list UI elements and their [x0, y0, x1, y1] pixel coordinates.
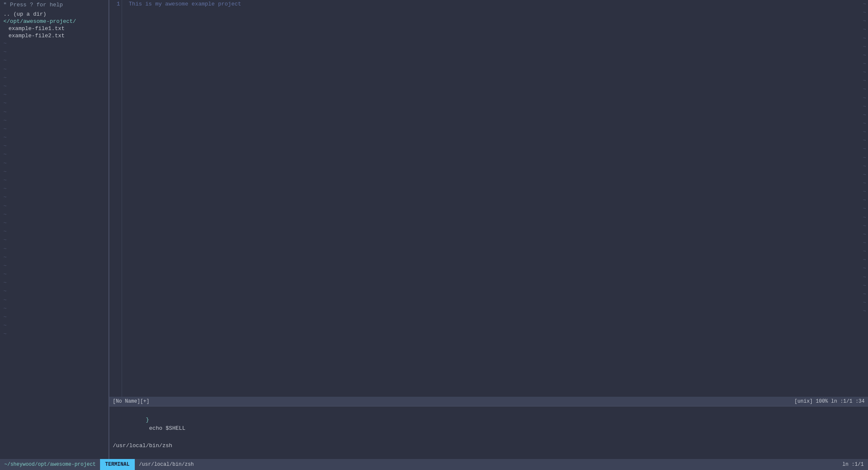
- tilde-line: ~: [0, 296, 108, 304]
- terminal-cmd-text: echo $SHELL: [146, 425, 186, 431]
- help-hint: " Press ? for help: [0, 0, 108, 10]
- editor-status-bar: [No Name][+] [unix] 100% ln :1/1 :34: [109, 397, 868, 406]
- tilde-line: ~: [0, 91, 108, 99]
- tilde-line: ~: [0, 56, 108, 65]
- editor-line-1: This is my awesome example project: [125, 0, 858, 8]
- tilde-line: ~: [0, 304, 108, 313]
- tilde-line: ~: [0, 321, 108, 330]
- terminal-prompt-arrow: }: [146, 417, 149, 423]
- tilde-line: ~: [0, 39, 108, 48]
- tilde-line: ~: [0, 159, 108, 168]
- editor-content[interactable]: This is my awesome example project: [122, 0, 861, 397]
- tilde-line: ~: [0, 108, 108, 116]
- editor-filename: [No Name][+]: [113, 398, 149, 404]
- terminal-line-cmd: } echo $SHELL: [113, 407, 865, 442]
- tilde-line: ~: [0, 176, 108, 185]
- tilde-line: ~: [0, 279, 108, 287]
- bottom-path: ~/sheywood/opt/awesome-project: [0, 462, 100, 467]
- file-item-2[interactable]: example-file2.txt: [0, 32, 108, 39]
- terminal-area[interactable]: } echo $SHELL /usr/local/bin/zsh ~/opt/a…: [109, 406, 868, 459]
- bottom-status-bar: ~/sheywood/opt/awesome-project TERMINAL …: [0, 459, 868, 470]
- tilde-line: ~: [0, 142, 108, 150]
- up-dir-item[interactable]: .. (up a dir): [0, 11, 108, 18]
- tilde-line: ~: [0, 202, 108, 210]
- terminal-shell-path: /usr/local/bin/zsh: [135, 462, 198, 467]
- tilde-line: ~: [0, 219, 108, 227]
- tilde-line: ~: [0, 99, 108, 108]
- tilde-line: ~: [0, 270, 108, 279]
- tilde-line: ~: [0, 48, 108, 56]
- terminal-content[interactable]: } echo $SHELL /usr/local/bin/zsh ~/opt/a…: [109, 406, 868, 459]
- terminal-line-output: /usr/local/bin/zsh: [113, 442, 865, 450]
- editor-status-right: [unix] 100% ln :1/1 :34: [794, 398, 865, 404]
- terminal-label: TERMINAL: [100, 459, 135, 470]
- tilde-line: ~: [0, 125, 108, 133]
- editor-status-left: [No Name][+]: [113, 398, 149, 404]
- tilde-line: ~: [0, 133, 108, 142]
- right-gutter: ~ ~ ~ ~ ~ ~ ~ ~ ~ ~ ~ ~ ~ ~ ~ ~ ~ ~ ~ ~: [861, 0, 868, 397]
- tilde-line: ~: [0, 74, 108, 82]
- tilde-line: ~: [0, 116, 108, 125]
- editor-area[interactable]: 1 This is my awesome example project ~ ~…: [109, 0, 868, 397]
- tilde-line: ~: [0, 330, 108, 338]
- tilde-line: ~: [0, 82, 108, 91]
- bottom-right-status: ln :1/1: [838, 462, 868, 467]
- file-item-1[interactable]: example-file1.txt: [0, 25, 108, 32]
- tilde-line: ~: [0, 287, 108, 296]
- terminal-line-prompt: ~/opt/awesome-project >: [113, 450, 865, 459]
- file-explorer-panel: " Press ? for help .. (up a dir) </opt/a…: [0, 0, 109, 459]
- tilde-line: ~: [0, 313, 108, 321]
- tilde-line: ~: [0, 236, 108, 244]
- tilde-line: ~: [0, 168, 108, 176]
- tilde-line: ~: [0, 193, 108, 202]
- tilde-line: ~: [0, 210, 108, 219]
- tilde-line: ~: [0, 65, 108, 74]
- line-numbers: 1: [109, 0, 122, 397]
- current-dir-item[interactable]: </opt/awesome-project/: [0, 18, 108, 25]
- editor-terminal-panel: 1 This is my awesome example project ~ ~…: [109, 0, 868, 459]
- tilde-line: ~: [0, 185, 108, 193]
- tilde-line: ~: [0, 253, 108, 262]
- tilde-line: ~: [0, 245, 108, 253]
- main-container: " Press ? for help .. (up a dir) </opt/a…: [0, 0, 868, 459]
- bottom-left: ~/sheywood/opt/awesome-project TERMINAL …: [0, 459, 198, 470]
- tilde-line: ~: [0, 227, 108, 236]
- file-list: .. (up a dir) </opt/awesome-project/ exa…: [0, 10, 108, 459]
- tilde-line: ~: [0, 150, 108, 159]
- tilde-line: ~: [0, 262, 108, 270]
